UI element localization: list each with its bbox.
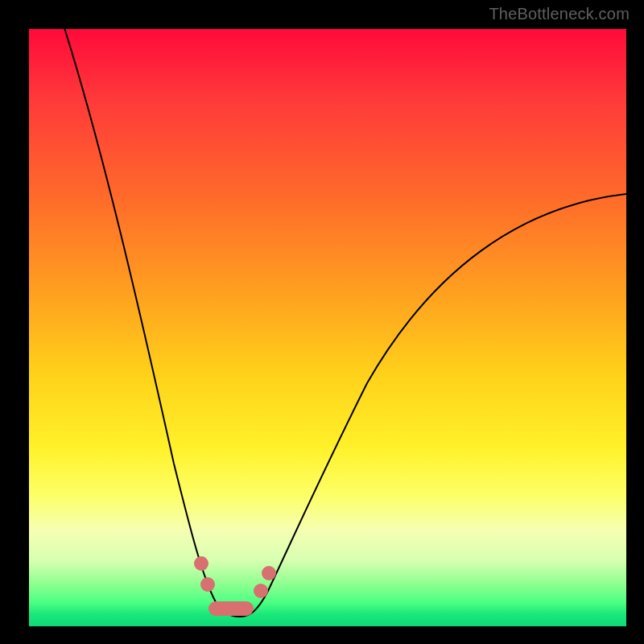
watermark-text: TheBottleneck.com	[489, 5, 630, 23]
curve-line	[60, 29, 626, 617]
chart-frame: TheBottleneck.com	[0, 0, 644, 644]
plot-area	[29, 29, 626, 626]
bottleneck-curve	[29, 29, 626, 626]
